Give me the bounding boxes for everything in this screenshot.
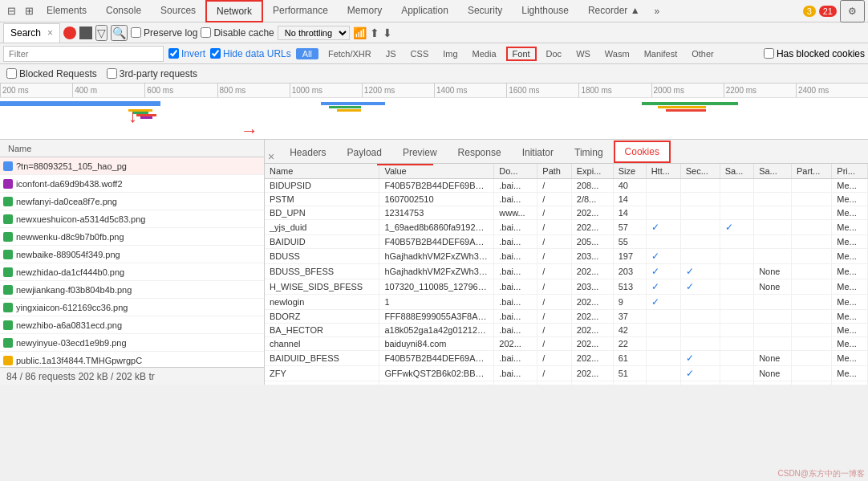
undock-button[interactable]: ⊟ (3, 3, 19, 19)
cookie-cell (754, 193, 792, 206)
tab-console[interactable]: Console (96, 0, 151, 22)
request-item[interactable]: newyinyue-03ecd1e9b9.png (0, 334, 264, 352)
filter-icon[interactable]: ▽ (95, 25, 107, 41)
cookie-row[interactable]: _yjs_duid1_69aed8b6860fa919222d61dd1....… (265, 220, 868, 235)
cookie-row[interactable]: channelbaiduyni84.com202.../202...22Me..… (265, 337, 868, 351)
timeline-ruler: 200 ms 400 m 600 ms 800 ms 1000 ms 1200 … (0, 84, 868, 98)
cookie-row[interactable]: BAIDUID_BFESSF40B57B2B44DEF69A46025D254.… (265, 351, 868, 366)
cookie-row[interactable]: Hm_lvt_aec699bb6442...1661149159,1661159… (265, 381, 868, 385)
request-item[interactable]: newzhidao-da1cf444b0.png (0, 263, 264, 281)
cookie-row[interactable]: newlogin1.bai.../202...9✓Me... (265, 295, 868, 310)
ruler-mark-9: 2000 ms (651, 84, 724, 97)
request-list[interactable]: ?tn=88093251_105_hao_pgiconfont-da69d9b4… (0, 157, 264, 367)
third-party-checkbox[interactable]: 3rd-party requests (107, 68, 197, 79)
throttle-select[interactable]: No throttling (278, 26, 350, 40)
tab-memory[interactable]: Memory (338, 0, 391, 22)
request-item[interactable]: newzhibo-a6a0831ecd.png (0, 316, 264, 334)
tab-security[interactable]: Security (458, 0, 512, 22)
cookie-cell: 203... (571, 279, 613, 295)
dock-button[interactable]: ⊞ (21, 3, 37, 19)
cookie-row[interactable]: ZFYGFFwkQST2B6k02:BB2F:A061tUb....bai...… (265, 366, 868, 381)
tab-performance[interactable]: Performance (263, 0, 338, 22)
request-item[interactable]: newjiankang-f03b804b4b.png (0, 281, 264, 299)
settings-button[interactable]: ⚙ (840, 0, 865, 22)
request-item[interactable]: newbaike-889054f349.png (0, 246, 264, 263)
cookie-row[interactable]: BD_UPN12314753www.../202...14Me... (265, 206, 868, 220)
request-item[interactable]: yingxiaicon-612169cc36.png (0, 299, 264, 316)
preserve-log-checkbox[interactable]: Preserve log (131, 27, 197, 39)
filter-manifest[interactable]: Manifest (639, 48, 683, 59)
tab-network[interactable]: Network (205, 0, 263, 22)
filter-js[interactable]: JS (381, 48, 401, 59)
cookie-row[interactable]: BIDUPSIDF40B57B2B44DEF69BE16D30E65....ba… (265, 179, 868, 193)
has-blocked-cookies-check[interactable]: Has blocked cookies (764, 48, 865, 59)
tab-recorder[interactable]: Recorder ▲ (578, 0, 650, 22)
invert-checkbox[interactable]: Invert (168, 48, 205, 59)
disable-cache-checkbox[interactable]: Disable cache (201, 27, 274, 39)
filter-css[interactable]: CSS (406, 48, 434, 59)
tab-payload[interactable]: Payload (337, 141, 392, 163)
cookie-cell: BA_HECTOR (265, 324, 379, 337)
filter-img[interactable]: Img (438, 48, 462, 59)
tab-cookies[interactable]: Cookies (614, 141, 671, 163)
cookie-cell: ✓ (646, 279, 680, 295)
export-har-button[interactable]: ⬇ (383, 26, 392, 39)
filter-font[interactable]: Font (506, 47, 537, 61)
request-item[interactable]: newfanyi-da0cea8f7e.png (0, 193, 264, 210)
search-icon[interactable]: 🔍 (111, 25, 128, 41)
cookie-row[interactable]: PSTM1607002510.bai.../2/8...14Me... (265, 193, 868, 206)
filter-input[interactable] (3, 46, 164, 62)
cookie-row[interactable]: BAIDUIDF40B57B2B44DEF69A46025D254....bai… (265, 235, 868, 249)
filter-all-tag[interactable]: All (296, 48, 318, 59)
close-panel-button[interactable]: × (268, 150, 274, 163)
filter-other[interactable]: Other (687, 48, 719, 59)
request-item[interactable]: iconfont-da69d9b438.woff2 (0, 175, 264, 193)
cookie-cell: / (537, 381, 571, 385)
blocked-requests-checkbox[interactable]: Blocked Requests (6, 68, 97, 79)
cookie-cell: 22 (613, 337, 646, 351)
search-tab[interactable]: Search × (3, 23, 60, 43)
request-item[interactable]: newxueshuicon-a5314d5c83.png (0, 210, 264, 228)
cookie-cell: _yjs_duid (265, 220, 379, 235)
tab-headers[interactable]: Headers (279, 141, 336, 163)
record-button[interactable] (63, 26, 76, 39)
cookie-cell: 1 (379, 295, 494, 310)
cookies-table-container[interactable]: NameValueDo...PathExpi...SizeHtt...Sec..… (265, 164, 868, 385)
cookie-cell (791, 193, 831, 206)
cookie-row[interactable]: BDUSS_BFESShGajhadkhVM2FxZWh3dVJQNXE....… (265, 264, 868, 279)
tab-response[interactable]: Response (448, 141, 512, 163)
filter-media[interactable]: Media (468, 48, 501, 59)
timeline-area[interactable]: 200 ms 400 m 600 ms 800 ms 1000 ms 1200 … (0, 84, 868, 140)
search-close-icon[interactable]: × (47, 27, 53, 39)
tab-elements[interactable]: Elements (37, 0, 96, 22)
more-tabs-button[interactable]: » (650, 0, 665, 22)
filter-wasm[interactable]: Wasm (600, 48, 635, 59)
filter-fetch-xhr[interactable]: Fetch/XHR (323, 48, 376, 59)
request-item[interactable]: newwenku-d8c9b7b0fb.png (0, 228, 264, 246)
import-har-button[interactable]: ⬆ (370, 26, 379, 39)
cookie-cell: Me... (832, 295, 868, 310)
filter-doc[interactable]: Doc (541, 48, 567, 59)
main-content-area: Name ?tn=88093251_105_hao_pgiconfont-da6… (0, 140, 868, 385)
tab-lighthouse[interactable]: Lighthouse (512, 0, 578, 22)
request-item[interactable]: public.1a13f4844.TMHGpwrgpC (0, 352, 264, 367)
tab-application[interactable]: Application (391, 0, 458, 22)
request-name-label: newyinyue-03ecd1e9b9.png (16, 338, 261, 348)
cookie-cell: Me... (832, 366, 868, 381)
tab-preview[interactable]: Preview (392, 141, 448, 163)
cookie-cell: 205... (571, 235, 613, 249)
tab-timing[interactable]: Timing (564, 141, 614, 163)
tab-initiator[interactable]: Initiator (512, 141, 564, 163)
cookie-row[interactable]: BDORZFFF888E999055A3F8A630C64834....bai.… (265, 310, 868, 324)
cookie-row[interactable]: H_WISE_SIDS_BFESS107320_110085_127969_12… (265, 279, 868, 295)
tab-sources[interactable]: Sources (151, 0, 205, 22)
stop-button[interactable]: ⊘ (79, 26, 92, 39)
cookie-cell: BDORZ (265, 310, 379, 324)
hide-data-urls-checkbox[interactable]: Hide data URLs (210, 48, 291, 59)
cookie-row[interactable]: BA_HECTORa18k052ga1a42g012126sihm1hg....… (265, 324, 868, 337)
filter-ws[interactable]: WS (571, 48, 595, 59)
request-item[interactable]: ?tn=88093251_105_hao_pg (0, 157, 264, 175)
cookie-cell (754, 295, 792, 310)
cookie-row[interactable]: BDUSShGajhadkhVM2FxZWh3dVJQNXE....bai...… (265, 249, 868, 264)
devtools-top-toolbar: ⊟ ⊞ Elements Console Sources Network Per… (0, 0, 868, 22)
